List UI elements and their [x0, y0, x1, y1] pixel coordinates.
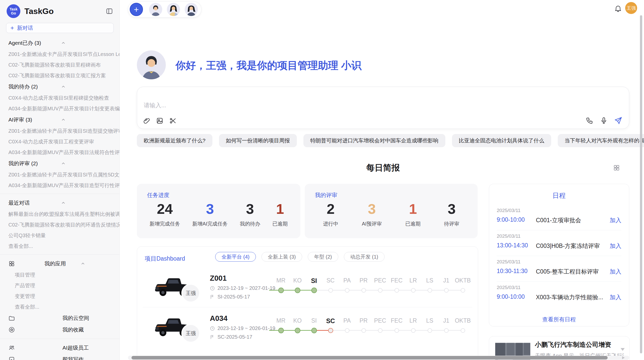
star-badge-icon: [8, 326, 59, 333]
new-chat-button[interactable]: + 新对话: [6, 23, 114, 33]
project-next-milestone: SI-2025-05-17: [210, 294, 250, 300]
recent-chat-item[interactable]: C02-飞腾新能源轻客改款项目的闭环通告反馈情况: [0, 219, 120, 230]
tab-powertrain[interactable]: 动总开发 (1): [344, 252, 385, 262]
milestone-label: SI: [306, 317, 322, 325]
tab-new-body[interactable]: 全新上装 (3): [261, 252, 302, 262]
project-row[interactable]: 王强 A034 2023-12-19 ~ 2026-01-19 SC-2025-…: [137, 311, 478, 351]
stat-new-ai-completed: 3新增AI完成任务: [192, 201, 228, 227]
grid-icon: [8, 260, 41, 267]
greeting-text: 你好，王强，我是你的项目管理助理 小识: [175, 58, 361, 72]
schedule-item: 2025/03/11 10:30-11:30 C005-整车工程目标评审 加入: [497, 256, 621, 282]
add-agent-button[interactable]: +: [130, 3, 143, 16]
layout-toggle-icon[interactable]: [613, 164, 620, 171]
agent-avatar-3[interactable]: [185, 3, 198, 16]
project-row[interactable]: 王强 Z001 2023-12-19 ~ 2027-01-19 SI-2025-…: [137, 271, 478, 311]
sidebar-item[interactable]: A034-全新新能源MUV产品开发项目法规符合性评审: [0, 147, 120, 158]
new-chat-label: 新对话: [17, 24, 33, 32]
section-recent-chats[interactable]: 最近对话: [0, 197, 120, 209]
microphone-icon[interactable]: [600, 117, 608, 124]
horizontal-scrollbar-thumb[interactable]: [131, 356, 608, 359]
schedule-time: 13:00-14:30: [497, 242, 528, 249]
join-meeting-link[interactable]: 加入: [610, 242, 621, 250]
scroll-right-arrow[interactable]: [622, 356, 625, 359]
milestone-label: LS: [421, 277, 438, 284]
sidebar-item[interactable]: A034-全新新能源MUV产品开发项目计划变更表编写: [0, 103, 120, 114]
scroll-down-arrow[interactable]: [621, 348, 625, 351]
section-my-todo[interactable]: 我的待办 (2): [0, 81, 120, 93]
user-avatar[interactable]: 王强: [625, 2, 637, 14]
phone-call-icon[interactable]: [586, 117, 593, 124]
sidebar-item-ai-employee[interactable]: AI超级员工: [0, 342, 120, 354]
image-upload-icon[interactable]: [156, 117, 164, 125]
view-all-schedule-link[interactable]: 查看所有日程: [489, 316, 629, 323]
section-ai-review[interactable]: AI评审 (3): [0, 114, 120, 126]
sidebar-item-favorites[interactable]: 我的收藏: [0, 324, 120, 336]
collapse-sidebar-icon[interactable]: [106, 8, 113, 15]
section-title: AI评审 (3): [8, 116, 61, 123]
recent-chat-item[interactable]: 公司Q3轻卡销量: [0, 230, 120, 241]
notification-bell-icon[interactable]: [614, 4, 622, 12]
view-all-chats-link[interactable]: 查看全部...: [0, 241, 120, 251]
app-link-project-mgmt[interactable]: 项目管理: [0, 269, 120, 280]
section-title: Agent已办 (3): [8, 39, 61, 47]
schedule-item: 2025/03/11 13:00-14:30 C003|H0B-方案冻结评审 加…: [497, 230, 621, 256]
sidebar-header: Task Go TaskGo: [0, 3, 120, 19]
vertical-scrollbar-thumb[interactable]: [640, 15, 642, 353]
section-my-review[interactable]: 我的评审 (2): [0, 158, 120, 169]
send-icon[interactable]: [614, 116, 622, 125]
agent-avatar-2[interactable]: [167, 3, 180, 16]
milestone-label: LS: [421, 317, 438, 325]
dashboard-title: 项目Dashboard: [145, 255, 185, 263]
milestone-label: KO: [289, 317, 306, 325]
suggestion-chip[interactable]: 比亚迪全固态电池计划具体说了什么: [452, 134, 551, 147]
milestone-dot: [455, 287, 471, 293]
sidebar-item[interactable]: C0X4-动力总成开发项目SI里程碑提交物检查: [0, 93, 120, 103]
sidebar-item-my-apps[interactable]: 我的应用: [0, 258, 120, 269]
join-meeting-link[interactable]: 加入: [610, 293, 621, 301]
suggestion-chip[interactable]: 当下年轻人对汽车外观有怎样的喜好趋势: [558, 134, 644, 147]
logo-text-1: Task: [10, 7, 18, 11]
attachment-icon[interactable]: [143, 117, 150, 125]
sidebar-item[interactable]: C0X4-动力总成开发项目工程变更评审: [0, 136, 120, 147]
join-meeting-link[interactable]: 加入: [610, 268, 621, 276]
recent-chat-item[interactable]: 解释最新出台的欧盟报废车法规再生塑料比例被调至15%...: [0, 209, 120, 219]
sidebar-item[interactable]: C02-飞腾新能源轻客改款项目里程碑画布: [0, 59, 120, 70]
view-all-apps-link[interactable]: 查看全部...: [0, 302, 120, 312]
sidebar-item[interactable]: C02-飞腾新能源轻客改款项目立项汇报方案: [0, 70, 120, 81]
join-meeting-link[interactable]: 加入: [610, 216, 621, 224]
section-agent-done[interactable]: Agent已办 (3): [0, 37, 120, 49]
schedule-name: X003-车辆动力学性能验...: [536, 293, 603, 301]
sidebar-item[interactable]: A034-全新新能源MUV产品开发项目造型可行性评审: [0, 180, 120, 191]
sidebar-item-help-write[interactable]: 帮我写作: [0, 354, 120, 360]
sidebar-item[interactable]: Z001-全新燃油皮卡产品开发项目SI节点Lesson Learn报告: [0, 49, 120, 59]
schedule-date: 2025/03/11: [497, 233, 521, 239]
chevron-up-icon: [61, 84, 113, 89]
sidebar-item[interactable]: Z001-全新燃油轻卡产品开发项目SI节点属性5D文件评审: [0, 169, 120, 180]
project-dates: 2023-12-19 ~ 2027-01-19: [210, 285, 275, 291]
scissors-icon[interactable]: [169, 117, 177, 125]
schedule-title: 日程: [489, 191, 629, 200]
stat-new-completed: 24新增完成任务: [150, 201, 180, 227]
sidebar-item-cloud-space[interactable]: 我的云空间: [0, 312, 120, 324]
suggestion-chip[interactable]: 欧洲新规最近颁布了什么?: [137, 134, 212, 147]
my-apps-label: 我的应用: [45, 260, 77, 267]
sidebar-item[interactable]: Z001-全新燃油轻卡产品开发项目SI造型提交物评审: [0, 126, 120, 136]
section-title: 我的待办 (2): [8, 83, 61, 90]
app-title: TaskGo: [24, 7, 102, 16]
chat-input[interactable]: [143, 102, 551, 109]
suggestion-chip[interactable]: 特朗普可能对进口汽车增税会对中国车企造成哪些影响: [303, 134, 445, 147]
tab-model-year[interactable]: 年型 (2): [308, 252, 338, 262]
section-title: 最近对话: [8, 199, 61, 206]
app-link-product-mgmt[interactable]: 产品管理: [0, 280, 120, 291]
section-title: 我的评审 (2): [8, 160, 61, 167]
agent-avatar-1[interactable]: [149, 3, 162, 16]
milestone-label: PA: [339, 317, 355, 325]
stat-overdue: 1已逾期: [272, 201, 288, 227]
project-dates: 2023-12-19 ~ 2026-01-19: [210, 325, 275, 331]
milestone-label: KO: [289, 277, 306, 284]
suggestion-chip[interactable]: 如何写一份清晰的项目周报: [219, 134, 297, 147]
plus-icon: +: [10, 25, 14, 31]
card-title: 任务进度: [137, 184, 300, 199]
app-link-change-mgmt[interactable]: 变更管理: [0, 291, 120, 302]
tab-new-platform[interactable]: 全新平台 (4): [215, 252, 256, 262]
